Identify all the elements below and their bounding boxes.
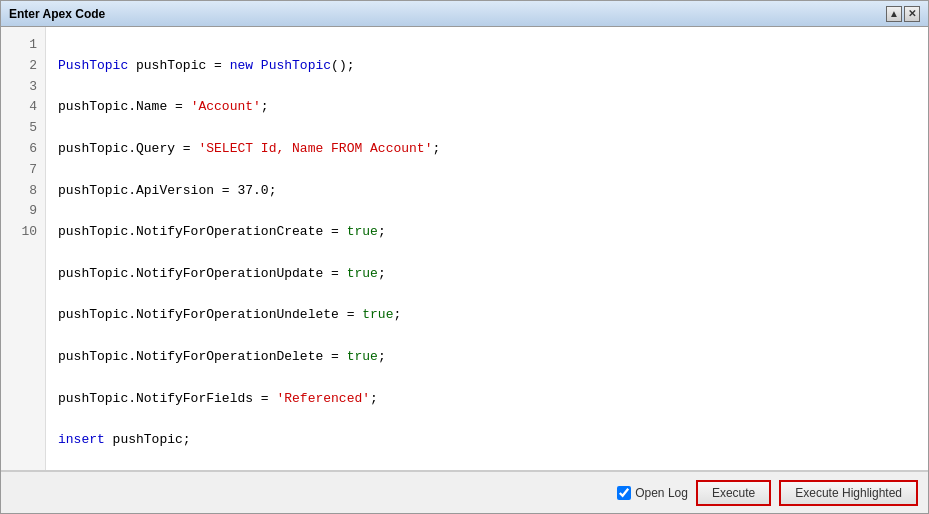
- line-numbers: 1 2 3 4 5 6 7 8 9 10: [1, 27, 46, 470]
- footer: Open Log Execute Execute Highlighted: [1, 471, 928, 513]
- code-line-6: pushTopic.NotifyForOperationUpdate = tru…: [58, 264, 916, 285]
- title-bar: Enter Apex Code ▲ ✕: [1, 1, 928, 27]
- close-button[interactable]: ✕: [904, 6, 920, 22]
- code-line-4: pushTopic.ApiVersion = 37.0;: [58, 181, 916, 202]
- line-num-2: 2: [1, 56, 45, 77]
- code-line-1: PushTopic pushTopic = new PushTopic();: [58, 56, 916, 77]
- line-num-4: 4: [1, 97, 45, 118]
- line-num-6: 6: [1, 139, 45, 160]
- code-line-9: pushTopic.NotifyForFields = 'Referenced'…: [58, 389, 916, 410]
- open-log-text: Open Log: [635, 486, 688, 500]
- line-num-9: 9: [1, 201, 45, 222]
- code-line-2: pushTopic.Name = 'Account';: [58, 97, 916, 118]
- line-num-3: 3: [1, 77, 45, 98]
- code-editor[interactable]: PushTopic pushTopic = new PushTopic(); p…: [46, 27, 928, 470]
- minimize-button[interactable]: ▲: [886, 6, 902, 22]
- line-num-7: 7: [1, 160, 45, 181]
- execute-button[interactable]: Execute: [696, 480, 771, 506]
- line-num-5: 5: [1, 118, 45, 139]
- line-num-8: 8: [1, 181, 45, 202]
- open-log-checkbox[interactable]: [617, 486, 631, 500]
- window-title: Enter Apex Code: [9, 7, 105, 21]
- line-num-10: 10: [1, 222, 45, 243]
- code-line-8: pushTopic.NotifyForOperationDelete = tru…: [58, 347, 916, 368]
- code-line-10: insert pushTopic;: [58, 430, 916, 451]
- code-line-7: pushTopic.NotifyForOperationUndelete = t…: [58, 305, 916, 326]
- title-bar-buttons: ▲ ✕: [886, 6, 920, 22]
- line-num-1: 1: [1, 35, 45, 56]
- open-log-label[interactable]: Open Log: [617, 486, 688, 500]
- code-line-3: pushTopic.Query = 'SELECT Id, Name FROM …: [58, 139, 916, 160]
- code-line-5: pushTopic.NotifyForOperationCreate = tru…: [58, 222, 916, 243]
- code-area: 1 2 3 4 5 6 7 8 9 10 PushTopic pushTopic…: [1, 27, 928, 471]
- main-window: Enter Apex Code ▲ ✕ 1 2 3 4 5 6 7 8 9 10…: [0, 0, 929, 514]
- execute-highlighted-button[interactable]: Execute Highlighted: [779, 480, 918, 506]
